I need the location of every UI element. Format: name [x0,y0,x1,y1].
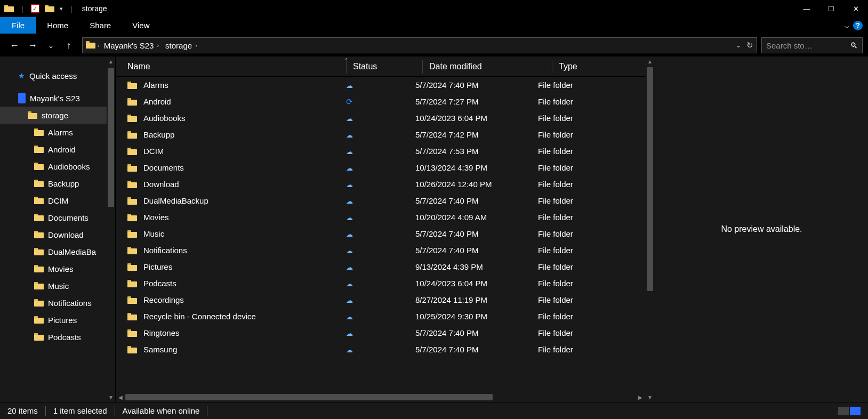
scroll-left-icon[interactable]: ◀ [116,392,125,402]
tree-item[interactable]: Movies [0,260,115,277]
scroll-right-icon[interactable]: ▶ [636,392,645,402]
table-row[interactable]: Recycle bin - Connected device☁10/25/202… [116,308,645,325]
tree-item[interactable]: Documents [0,209,115,226]
tree-item[interactable]: Android [0,141,115,158]
maximize-button[interactable]: ☐ [819,0,843,17]
file-date: 9/13/2024 4:39 PM [415,262,538,271]
table-row[interactable]: Ringtones☁5/7/2024 7:40 PMFile folder [116,325,645,341]
separator: | [70,4,73,13]
up-button[interactable]: ↑ [63,40,75,51]
table-row[interactable]: Music☁5/7/2024 7:40 PMFile folder [116,225,645,242]
table-row[interactable]: Samsung☁5/7/2024 7:40 PMFile folder [116,341,645,358]
view-details-button[interactable] [838,407,849,415]
table-row[interactable]: Documents☁10/13/2024 4:39 PMFile folder [116,159,645,176]
recent-dropdown-icon[interactable]: ⌄ [45,42,57,50]
scroll-thumb[interactable] [108,68,114,207]
column-name[interactable]: Name [127,62,346,71]
qat-dropdown-icon[interactable]: ▾ [60,5,63,12]
folder-icon [127,98,137,106]
chevron-right-icon[interactable]: › [195,42,197,49]
tree-item[interactable]: DualMediaBa [0,243,115,260]
breadcrumb[interactable]: storage› [163,41,199,50]
scroll-up-icon[interactable]: ▲ [107,57,115,66]
ribbon-expand-icon[interactable]: ⌵ [845,21,849,30]
tree-item[interactable]: Notifications [0,294,115,311]
tree-item[interactable]: Music [0,277,115,294]
status-bar: 20 items 1 item selected Available when … [0,402,868,419]
table-row[interactable]: Movies☁10/20/2024 4:09 AMFile folder [116,209,645,225]
file-date: 5/7/2024 7:42 PM [415,130,538,139]
tree-item[interactable]: DCIM [0,192,115,209]
tree-item[interactable]: Backupp [0,175,115,192]
scroll-down-icon[interactable]: ▼ [107,392,115,402]
chevron-right-icon[interactable]: › [98,42,100,49]
list-scrollbar[interactable]: ▲ ▼ [645,57,655,402]
tab-home[interactable]: Home [36,17,79,34]
tree-scrollbar[interactable]: ▲ ▼ [107,57,115,402]
table-row[interactable]: Notifications☁5/7/2024 7:40 PMFile folde… [116,242,645,259]
table-row[interactable]: DCIM☁5/7/2024 7:53 PMFile folder [116,143,645,159]
column-status[interactable]: Status [353,62,422,71]
scroll-thumb[interactable] [125,394,493,400]
file-type: File folder [538,328,618,337]
address-bar[interactable]: › Mayank's S23› storage› ⌄ ↻ [82,37,757,53]
column-separator[interactable] [422,60,423,74]
table-row[interactable]: Android⟳5/7/2024 7:27 PMFile folder [116,93,645,110]
file-name: Alarms [143,80,168,90]
table-row[interactable]: DualMediaBackup☁5/7/2024 7:40 PMFile fol… [116,192,645,209]
search-placeholder: Search sto… [766,41,813,50]
help-icon[interactable]: ? [853,21,863,30]
tree-item[interactable]: Alarms [0,124,115,141]
table-row[interactable]: Alarms☁5/7/2024 7:40 PMFile folder [116,77,645,93]
column-date[interactable]: Date modified [429,62,552,71]
table-row[interactable]: Backupp☁5/7/2024 7:42 PMFile folder [116,126,645,143]
back-button[interactable]: ← [9,40,20,51]
file-name: Samsung [143,345,177,354]
properties-icon[interactable]: ✓ [31,4,39,13]
table-row[interactable]: Recordings☁8/27/2024 11:19 PMFile folder [116,292,645,308]
close-button[interactable]: ✕ [843,0,868,17]
star-icon: ★ [18,71,25,80]
file-name: DCIM [143,147,164,156]
refresh-icon[interactable]: ↻ [746,41,753,50]
file-type: File folder [538,345,618,354]
tree-storage[interactable]: storage [0,107,115,124]
folder-icon [127,329,137,337]
tab-view[interactable]: View [122,17,160,34]
minimize-button[interactable]: — [794,0,819,17]
tab-file[interactable]: File [0,17,36,34]
scroll-down-icon[interactable]: ▼ [645,392,655,402]
forward-button[interactable]: → [27,40,38,51]
file-date: 5/7/2024 7:53 PM [415,147,538,156]
breadcrumb[interactable]: Mayank's S23› [102,41,161,50]
table-row[interactable]: Pictures☁9/13/2024 4:39 PMFile folder [116,259,645,275]
view-large-button[interactable] [850,407,861,415]
address-dropdown-icon[interactable]: ⌄ [736,42,741,49]
folder-icon [127,280,137,287]
table-row[interactable]: Download☁10/26/2024 12:40 PMFile folder [116,176,645,192]
address-row: ← → ⌄ ↑ › Mayank's S23› storage› ⌄ ↻ Sea… [0,34,868,57]
scroll-thumb[interactable] [647,67,653,291]
tree-item[interactable]: Download [0,226,115,243]
cloud-icon: ☁ [346,329,353,337]
tree-label: storage [42,111,68,120]
tree-item[interactable]: Audiobooks [0,158,115,175]
file-date: 5/7/2024 7:40 PM [415,80,538,90]
file-type: File folder [538,163,618,172]
tree-item[interactable]: Podcasts [0,328,115,345]
tab-share[interactable]: Share [79,17,122,34]
tree-quick-access[interactable]: ★ Quick access [0,67,115,84]
column-type[interactable]: Type [559,62,639,71]
folder-icon [34,333,44,341]
horizontal-scrollbar[interactable]: ◀ ▶ [116,392,645,402]
chevron-right-icon[interactable]: › [157,42,159,49]
table-row[interactable]: Audiobooks☁10/24/2023 6:04 PMFile folder [116,110,645,126]
tree-item[interactable]: Pictures [0,311,115,328]
tree-label: Music [48,281,69,291]
table-row[interactable]: Podcasts☁10/24/2023 6:04 PMFile folder [116,275,645,292]
scroll-up-icon[interactable]: ▲ [645,57,655,66]
new-folder-icon[interactable] [45,4,54,13]
column-separator[interactable] [552,60,552,74]
search-input[interactable]: Search sto… 🔍︎ [761,37,863,53]
tree-device[interactable]: Mayank's S23 [0,90,115,107]
